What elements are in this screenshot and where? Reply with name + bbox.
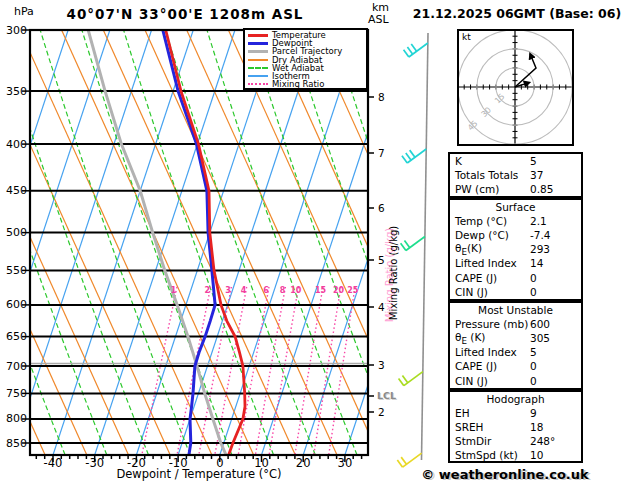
hodograph-unit-label: kt: [462, 33, 471, 42]
km-tick-label: 5: [378, 255, 385, 266]
indices-row-label: PW (cm): [450, 183, 499, 195]
temperature-axis-label: Dewpoint / Temperature (°C): [30, 469, 368, 481]
indices-row-label: CAPE (J): [450, 272, 497, 284]
mixing-ratio-value-label: 25: [347, 287, 358, 295]
indices-box-surface: SurfaceTemp (°C)2.1Dewp (°C)-7.4θE(K)293…: [448, 198, 583, 301]
km-tick-label: 2: [378, 407, 385, 418]
mixing-ratio-value-label: 2: [204, 287, 210, 295]
pressure-tick-label: 750: [0, 388, 27, 399]
indices-row-value: 0: [530, 360, 537, 372]
indices-row-label: CIN (J): [450, 375, 488, 387]
indices-row-value: 248°: [530, 435, 555, 447]
indices-row-value: 18: [530, 421, 543, 433]
indices-row: EH9: [450, 406, 581, 420]
indices-row-value: 9: [530, 407, 537, 419]
km-tick-label: 7: [378, 148, 385, 159]
mixing-ratio-value-label: 1: [171, 287, 177, 295]
indices-row: SREH18: [450, 420, 581, 434]
wind-barb: [402, 149, 426, 163]
mixing-ratio-value-label: 8: [280, 287, 286, 295]
skewt-sounding-page: { "header": { "pressure_unit": "hPa", "t…: [0, 0, 629, 486]
indices-row: CIN (J)0: [450, 373, 581, 387]
valid-datetime: 21.12.2025 06GMT (Base: 06): [405, 8, 629, 21]
indices-row-value: 5: [530, 155, 537, 167]
indices-row: CAPE (J)0: [450, 359, 581, 373]
station-title: 40°07'N 33°00'E 1208m ASL: [40, 8, 330, 22]
pressure-tick-label: 400: [0, 139, 27, 150]
legend-line-sample-parcel: [248, 50, 268, 53]
indices-row-value: 293: [530, 243, 550, 255]
legend-item-label: Mixing Ratio: [272, 79, 324, 89]
wind-barb: [401, 237, 425, 251]
indices-section-title: Hodograph: [450, 392, 581, 406]
pressure-tick-label: 300: [0, 25, 27, 36]
legend-line-sample-isotherm: [248, 75, 268, 77]
indices-row-label: θE (K): [450, 331, 485, 346]
mixing-ratio-value-label: 3: [225, 287, 231, 295]
indices-row-value: 305: [530, 332, 550, 344]
indices-row-label: EH: [450, 407, 470, 419]
pressure-axis-unit: hPa: [14, 6, 34, 17]
indices-row-label: StmDir: [450, 435, 491, 447]
temp-tick-label: 30: [325, 458, 365, 470]
indices-row-value: 0.85: [530, 183, 553, 195]
km-tick-label: 4: [378, 302, 385, 313]
watermark-credit: © weatheronline.co.uk: [390, 468, 620, 481]
indices-row-label: Totals Totals: [450, 169, 518, 181]
km-tick-label: 6: [378, 203, 385, 214]
indices-row: θE(K)293: [450, 242, 581, 256]
pressure-tick-label: 550: [0, 265, 27, 276]
indices-row-value: 600: [530, 318, 550, 330]
legend-line-sample-dewpoint: [248, 42, 268, 45]
km-tick-label: 8: [378, 92, 385, 103]
pressure-tick-label: 450: [0, 185, 27, 196]
mixing-ratio-axis-label: Mixing Ratio (g/kg): [389, 194, 399, 352]
indices-row-value: 0: [530, 286, 537, 298]
hodograph-panel: 153045: [457, 29, 574, 146]
indices-section-title: Surface: [450, 200, 581, 214]
indices-row-label: Pressure (mb): [450, 318, 528, 330]
pressure-tick-label: 800: [0, 413, 27, 424]
indices-row-label: K: [450, 155, 462, 167]
pressure-tick-label: 700: [0, 361, 27, 372]
indices-row-value: 0: [530, 375, 537, 387]
indices-row: PW (cm)0.85: [450, 182, 581, 196]
indices-row-value: 0: [530, 272, 537, 284]
indices-row-label: Dewp (°C): [450, 229, 509, 241]
indices-row: Totals Totals37: [450, 168, 581, 182]
mixing-ratio-value-label: 20: [333, 287, 344, 295]
legend-line-sample-temperature: [248, 34, 268, 37]
indices-box-most-unstable: Most UnstablePressure (mb)600θE (K)305Li…: [448, 301, 583, 390]
temp-tick-label: 20: [283, 458, 323, 470]
indices-row-label: θE(K): [450, 242, 482, 257]
indices-row-value: 37: [530, 169, 543, 181]
mixing-ratio-value-label: 10: [290, 287, 301, 295]
indices-row-label: Temp (°C): [450, 215, 507, 227]
indices-row: θE (K)305: [450, 331, 581, 345]
indices-row-label: CIN (J): [450, 286, 488, 298]
indices-box: K5Totals Totals37PW (cm)0.85: [448, 152, 583, 198]
indices-row-label: CAPE (J): [450, 360, 497, 372]
indices-row: Lifted Index14: [450, 256, 581, 270]
pressure-tick-label: 600: [0, 299, 27, 310]
lcl-marker-label: LCL: [377, 391, 396, 401]
pressure-tick-label: 500: [0, 227, 27, 238]
indices-section-title: Most Unstable: [450, 303, 581, 317]
mixing-ratio-value-label: 6: [263, 287, 269, 295]
indices-row-value: 5: [530, 346, 537, 358]
legend-line-sample-mixing_ratio: [248, 83, 268, 85]
pressure-tick-label: 850: [0, 438, 27, 449]
pressure-tick-label: 650: [0, 331, 27, 342]
indices-row-value: -7.4: [530, 229, 551, 241]
legend-box: TemperatureDewpointParcel TrajectoryDry …: [243, 28, 368, 90]
indices-row: StmDir248°: [450, 434, 581, 448]
indices-row: Dewp (°C)-7.4: [450, 228, 581, 242]
height-axis-unit-km: km: [372, 2, 389, 13]
indices-row: CAPE (J)0: [450, 270, 581, 284]
temp-tick-label: -30: [75, 458, 115, 470]
indices-row: StmSpd (kt)10: [450, 448, 581, 462]
indices-row: Pressure (mb)600: [450, 317, 581, 331]
indices-row-label: SREH: [450, 421, 484, 433]
legend-line-sample-wet_adiabat: [248, 67, 268, 69]
wind-barb: [404, 43, 428, 57]
